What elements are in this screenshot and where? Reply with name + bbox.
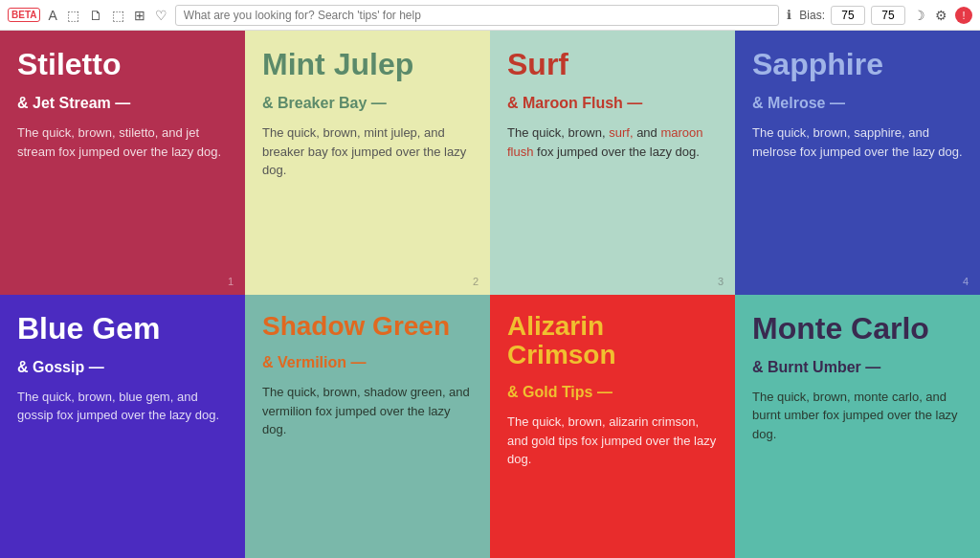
card-shadow-green[interactable]: Shadow Green & Vermilion — The quick, br… xyxy=(245,295,490,559)
card-4-subtitle: & Melrose — xyxy=(752,95,963,112)
card-grid: Stiletto & Jet Stream — The quick, brown… xyxy=(0,31,980,558)
alert-icon[interactable]: ! xyxy=(955,7,972,24)
card-mint-julep[interactable]: Mint Julep & Breaker Bay — The quick, br… xyxy=(245,31,490,295)
card-4-number: 4 xyxy=(963,276,969,287)
moon-icon[interactable]: ☽ xyxy=(911,6,927,25)
card-3-highlight-1: surf, xyxy=(609,125,633,140)
bias-input-2[interactable] xyxy=(871,6,905,25)
search-input[interactable] xyxy=(175,5,779,26)
card-3-body: The quick, brown, surf, and maroon flush… xyxy=(507,123,718,161)
heart-icon[interactable]: ♡ xyxy=(153,6,169,25)
beta-badge: BETA xyxy=(8,8,40,22)
card-3-subtitle: & Maroon Flush — xyxy=(507,95,718,112)
topbar: BETA A ⬚ 🗋 ⬚ ⊞ ♡ ℹ Bias: ☽ ⚙ ! xyxy=(0,0,980,31)
settings-icon[interactable]: ⚙ xyxy=(933,6,949,25)
card-6-body: The quick, brown, shadow green, and verm… xyxy=(262,383,473,439)
card-surf[interactable]: Surf & Maroon Flush — The quick, brown, … xyxy=(490,31,735,295)
card-stiletto[interactable]: Stiletto & Jet Stream — The quick, brown… xyxy=(0,31,245,295)
card-3-body-prefix: The quick, brown, xyxy=(507,125,609,140)
card-7-body: The quick, brown, alizarin crimson, and … xyxy=(507,413,718,469)
card-1-body: The quick, brown, stiletto, and jet stre… xyxy=(17,123,228,161)
info-icon[interactable]: ℹ xyxy=(785,6,793,24)
card-2-body: The quick, brown, mint julep, and breake… xyxy=(262,123,473,180)
card-7-subtitle: & Gold Tips — xyxy=(507,384,718,401)
columns-icon[interactable]: ⬚ xyxy=(65,6,81,25)
card-8-title: Monte Carlo xyxy=(752,312,963,346)
card-2-subtitle: & Breaker Bay — xyxy=(262,95,473,112)
bias-label: Bias: xyxy=(799,9,825,22)
card-1-subtitle: & Jet Stream — xyxy=(17,95,228,112)
image-icon[interactable]: ⬚ xyxy=(110,6,126,25)
card-6-title: Shadow Green xyxy=(262,312,473,342)
card-5-title: Blue Gem xyxy=(17,312,228,346)
card-7-title: Alizarin Crimson xyxy=(507,312,718,371)
card-5-body: The quick, brown, blue gem, and gossip f… xyxy=(17,388,228,425)
card-5-subtitle: & Gossip — xyxy=(17,359,228,376)
card-blue-gem[interactable]: Blue Gem & Gossip — The quick, brown, bl… xyxy=(0,295,245,559)
font-icon[interactable]: A xyxy=(46,6,58,25)
card-monte-carlo[interactable]: Monte Carlo & Burnt Umber — The quick, b… xyxy=(735,295,980,559)
card-sapphire[interactable]: Sapphire & Melrose — The quick, brown, s… xyxy=(735,31,980,295)
bias-input-1[interactable] xyxy=(831,6,865,25)
card-3-title: Surf xyxy=(507,48,718,81)
card-1-title: Stiletto xyxy=(17,48,228,81)
card-4-body: The quick, brown, sapphire, and melrose … xyxy=(752,123,963,161)
card-2-number: 2 xyxy=(473,276,479,287)
card-3-number: 3 xyxy=(718,276,724,287)
card-6-subtitle: & Vermilion — xyxy=(262,354,473,371)
card-8-body: The quick, brown, monte carlo, and burnt… xyxy=(752,388,963,444)
card-1-number: 1 xyxy=(228,276,234,287)
card-alizarin-crimson[interactable]: Alizarin Crimson & Gold Tips — The quick… xyxy=(490,295,735,559)
card-8-subtitle: & Burnt Umber — xyxy=(752,359,963,376)
card-3-body-suffix: fox jumped over the lazy dog. xyxy=(533,145,699,159)
card-4-title: Sapphire xyxy=(752,48,963,81)
file-icon[interactable]: 🗋 xyxy=(87,6,104,25)
card-3-body-middle: and xyxy=(634,125,661,140)
grid-icon[interactable]: ⊞ xyxy=(132,6,147,25)
card-2-title: Mint Julep xyxy=(262,48,473,81)
